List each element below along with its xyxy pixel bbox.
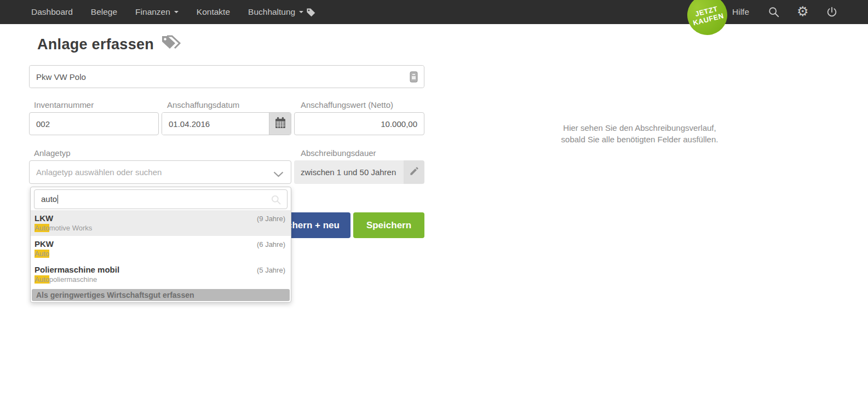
nav-item-finanzen[interactable]: Finanzen	[135, 7, 179, 17]
save-button[interactable]: Speichern	[353, 212, 424, 238]
depreciation-field: zwischen 1 und 50 Jahren	[294, 160, 424, 184]
gear-icon[interactable]: ⚙	[797, 4, 809, 19]
nav-item-finanzen-label: Finanzen	[135, 7, 170, 17]
dropdown-item-lkw[interactable]: LKW (9 Jahre) Automotive Works	[31, 210, 291, 236]
nav-item-dashboard[interactable]: Dashboard	[31, 7, 73, 17]
page-title: Anlage erfassen	[37, 35, 181, 54]
asset-name-field	[29, 65, 424, 88]
chevron-down-icon	[273, 170, 284, 180]
jetzt-kaufen-badge[interactable]: JETZT KAUFEN	[683, 0, 731, 39]
nav-item-belege[interactable]: Belege	[91, 7, 117, 17]
inventory-number-label: Inventarnummer	[34, 100, 94, 109]
dropdown-item-subtitle: Autopoliermaschine	[35, 275, 285, 284]
search-icon	[271, 194, 281, 207]
asset-type-search-value: auto	[35, 194, 58, 204]
inventory-number-input[interactable]	[29, 112, 159, 135]
power-icon[interactable]	[826, 6, 838, 18]
asset-type-search-field[interactable]: auto	[34, 189, 288, 209]
app-root: Dashboard Belege Finanzen Kontakte Buchh…	[0, 0, 868, 416]
asset-name-input[interactable]	[30, 66, 424, 88]
asset-type-select[interactable]: Anlagetyp auswählen oder suchen	[29, 160, 291, 184]
search-match-highlight: Auto	[35, 224, 49, 232]
dropdown-item-pkw[interactable]: PKW (6 Jahre) Auto	[31, 236, 291, 262]
dropdown-item-title: Poliermaschine mobil	[35, 265, 119, 274]
depreciation-label: Abschreibungsdauer	[301, 148, 376, 158]
page-title-text: Anlage erfassen	[37, 36, 154, 53]
chevron-down-icon	[299, 11, 303, 13]
hint-line-2: sobald Sie alle benötigten Felder ausfül…	[519, 134, 760, 145]
dropdown-item-subtitle: Auto	[35, 250, 285, 258]
dropdown-item-duration: (5 Jahre)	[257, 266, 285, 274]
top-nav: Dashboard Belege Finanzen Kontakte Buchh…	[0, 0, 868, 24]
calendar-icon	[274, 116, 287, 131]
dropdown-item-title: PKW	[35, 239, 54, 249]
dropdown-item-subtitle: Automotive Works	[35, 224, 285, 232]
asset-type-placeholder: Anlagetyp auswählen oder suchen	[30, 161, 291, 183]
dropdown-item-duration: (6 Jahre)	[257, 240, 285, 249]
nav-item-buchhaltung-label: Buchhaltung	[248, 7, 295, 17]
pencil-icon	[409, 166, 419, 178]
nav-item-hilfe[interactable]: Hilfe	[732, 0, 749, 24]
purchase-date-label: Anschaffungsdatum	[167, 100, 239, 109]
chevron-down-icon	[174, 11, 179, 13]
dropdown-item-duration: (9 Jahre)	[257, 215, 285, 223]
purchase-value-label: Anschaffungswert (Netto)	[301, 100, 393, 109]
low-value-asset-action[interactable]: Als geringwertiges Wirtschaftsgut erfass…	[32, 289, 290, 301]
text-cursor	[58, 195, 58, 204]
asset-type-label: Anlagetyp	[34, 148, 71, 158]
search-icon[interactable]	[768, 6, 780, 18]
asset-type-dropdown: auto LKW (9 Jahre) Automotive Works PKW …	[30, 187, 291, 303]
hint-line-1: Hier sehen Sie den Abschreibungsverlauf,	[519, 122, 760, 134]
dropdown-item-title: LKW	[35, 213, 53, 223]
purchase-value-input[interactable]	[294, 112, 424, 135]
nav-menu: Dashboard Belege Finanzen Kontakte Buchh…	[31, 0, 315, 24]
search-match-highlight: Auto	[35, 250, 49, 258]
depreciation-hint: Hier sehen Sie den Abschreibungsverlauf,…	[519, 122, 760, 145]
search-match-highlight: Auto	[35, 275, 49, 284]
tag-icon	[306, 8, 315, 17]
dropdown-item-poliermaschine[interactable]: Poliermaschine mobil (5 Jahre) Autopolie…	[31, 262, 291, 287]
purchase-date-input[interactable]	[162, 113, 269, 135]
nav-item-kontakte[interactable]: Kontakte	[197, 7, 230, 17]
double-tag-icon	[160, 35, 181, 54]
edit-depreciation-button[interactable]	[404, 160, 424, 184]
purchase-date-field	[162, 112, 291, 135]
depreciation-value: zwischen 1 und 50 Jahren	[294, 160, 404, 184]
calendar-button[interactable]	[269, 113, 291, 135]
text-badge-icon	[410, 71, 418, 85]
nav-item-buchhaltung[interactable]: Buchhaltung	[248, 7, 315, 17]
